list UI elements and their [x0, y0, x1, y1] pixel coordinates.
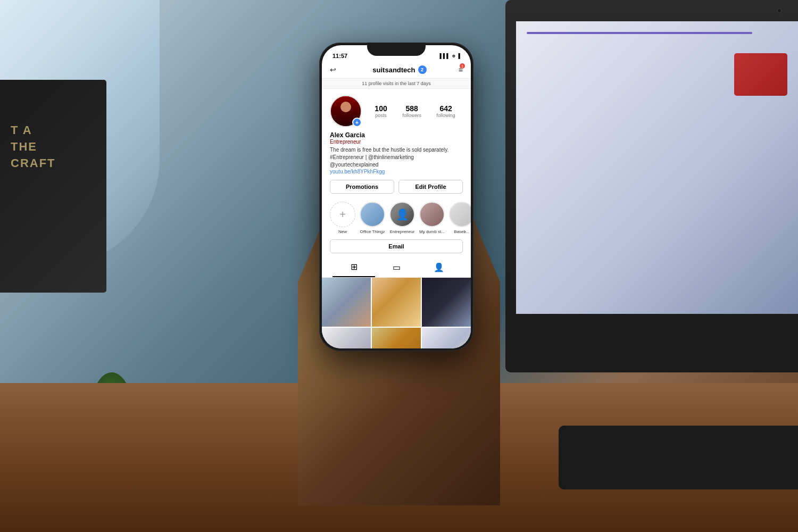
phone-body: 11:57 ▌▌▌ ⌾ ▐ ↩ suitsandtech 2 ≡ 1: [319, 43, 473, 351]
tab-person[interactable]: 👤: [418, 257, 460, 277]
wifi-icon: ⌾: [452, 53, 455, 59]
story-office-label: Office Thingz: [360, 229, 385, 234]
photo-cell-5[interactable]: [372, 328, 421, 348]
followers-count: 588: [405, 104, 418, 113]
phone-screen: 11:57 ▌▌▌ ⌾ ▐ ↩ suitsandtech 2 ≡ 1: [322, 45, 471, 348]
sign-text: T ATHECRAFT: [11, 122, 74, 171]
story-entrepreneur-circle: 👤: [389, 202, 415, 227]
desk-sign: T ATHECRAFT: [0, 80, 106, 293]
webcam-icon: [777, 8, 782, 13]
back-icon[interactable]: ↩: [330, 65, 340, 74]
stories-row: + New Office Thingz 👤 Entrepreneur My du…: [322, 199, 471, 239]
following-count: 642: [439, 104, 452, 113]
photo-cell-2[interactable]: [372, 278, 421, 327]
profile-visits-bar: 11 profile visits in the last 7 days: [322, 79, 471, 89]
posts-count: 100: [375, 104, 387, 113]
bio-link[interactable]: youtu.be/kh8YPkhFkgg: [330, 169, 463, 174]
profile-name: Alex Garcia: [330, 131, 463, 139]
content-tab-bar: ⊞ ▭ 👤: [322, 257, 471, 278]
instagram-header: ↩ suitsandtech 2 ≡ 1: [322, 61, 471, 79]
story-office[interactable]: Office Thingz: [360, 202, 385, 234]
following-stat[interactable]: 642 following: [437, 104, 455, 118]
photo-2: [372, 278, 421, 327]
photo-cell-3[interactable]: [422, 278, 471, 327]
bio-line2: #Entrepreneur | @thinlinemarketing: [330, 154, 463, 161]
bio-line3: @yourtechexplained: [330, 161, 463, 169]
email-button[interactable]: Email: [330, 239, 463, 253]
story-entrepreneur-label: Entrepreneur: [390, 229, 415, 234]
notification-badge: 2: [418, 65, 427, 74]
photo-grid: [322, 278, 471, 348]
story-baseball[interactable]: Baseb...: [449, 202, 471, 234]
photo-cell-1[interactable]: [322, 278, 371, 327]
posts-label: posts: [375, 113, 387, 118]
story-dumb-circle: [419, 202, 445, 227]
status-icons: ▌▌▌ ⌾ ▐: [439, 53, 460, 59]
story-new-label: New: [338, 229, 347, 234]
story-entrepreneur[interactable]: 👤 Entrepreneur: [389, 202, 415, 234]
story-baseball-label: Baseb...: [454, 229, 469, 234]
photo-cell-4[interactable]: [322, 328, 371, 348]
tab-portrait[interactable]: ▭: [375, 257, 418, 277]
bio-line1: The dream is free but the hustle is sold…: [330, 146, 463, 154]
signal-icon: ▌▌▌: [439, 53, 450, 59]
keyboard: [559, 426, 798, 489]
story-dumb[interactable]: My dumb st...: [419, 202, 445, 234]
avatar-container: +: [330, 95, 362, 127]
photo-4: [322, 328, 371, 348]
following-label: following: [437, 113, 455, 118]
followers-label: followers: [402, 113, 421, 118]
story-baseball-circle: [449, 202, 471, 227]
phone-notch: [367, 43, 426, 56]
story-dumb-label: My dumb st...: [419, 229, 445, 234]
followers-stat[interactable]: 588 followers: [402, 104, 421, 118]
edit-profile-button[interactable]: Edit Profile: [398, 180, 463, 194]
username-label: suitsandtech: [372, 66, 415, 74]
photo-cell-6[interactable]: [422, 328, 471, 348]
monitor-screen: [516, 21, 798, 314]
posts-stat[interactable]: 100 posts: [375, 104, 387, 118]
story-office-circle: [360, 202, 385, 227]
avatar-add-button[interactable]: +: [352, 118, 362, 127]
status-time: 11:57: [332, 53, 347, 59]
promotions-button[interactable]: Promotions: [330, 180, 394, 194]
bio-section: Alex Garcia Entrepreneur The dream is fr…: [322, 131, 471, 180]
photo-1: [322, 278, 371, 327]
photo-6: [422, 328, 471, 348]
phone-container: 11:57 ▌▌▌ ⌾ ▐ ↩ suitsandtech 2 ≡ 1: [298, 27, 500, 505]
photo-3: [422, 278, 471, 327]
menu-notification-dot: 1: [460, 63, 465, 69]
profile-title: Entrepreneur: [330, 139, 463, 145]
story-new[interactable]: + New: [330, 202, 355, 234]
story-new-circle: +: [330, 202, 355, 227]
stats-row: 100 posts 588 followers 642 following: [367, 104, 463, 118]
username-area: suitsandtech 2: [372, 65, 426, 74]
photo-5: [372, 328, 421, 348]
tab-grid[interactable]: ⊞: [332, 257, 375, 277]
profile-section: + 100 posts 588 followers 642 following: [322, 89, 471, 131]
menu-icon[interactable]: ≡ 1: [459, 65, 463, 74]
battery-icon: ▐: [457, 53, 460, 59]
action-buttons: Promotions Edit Profile: [322, 180, 471, 199]
monitor: [505, 0, 798, 372]
